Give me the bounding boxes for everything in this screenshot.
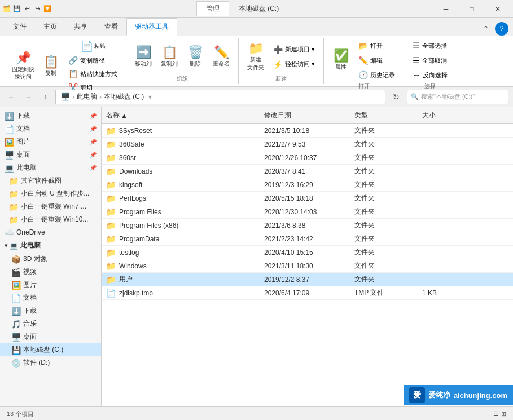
tab-share[interactable]: 共享: [65, 18, 96, 36]
tab-drive-tools[interactable]: 驱动器工具: [126, 18, 177, 36]
table-row[interactable]: 📁 360sr 2020/12/26 10:37 文件夹: [102, 151, 513, 165]
3d-icon: 📦: [11, 255, 21, 264]
invert-selection-button[interactable]: ↔️ 反向选择: [409, 69, 451, 81]
new-item-button[interactable]: ➕ 新建项目 ▾: [269, 43, 319, 56]
search-box[interactable]: 🔍 搜索"本地磁盘 (C:)": [407, 90, 508, 104]
sidebar-item-desktop-pc[interactable]: 🖥️ 桌面: [0, 330, 101, 343]
close-button[interactable]: ✕: [485, 0, 511, 18]
redo-icon[interactable]: ↪: [33, 5, 42, 14]
sidebar-item-other-screenshots[interactable]: 📁 其它软件截图: [0, 174, 101, 187]
quick-access-icon[interactable]: 💾: [12, 5, 21, 14]
breadcrumb-local-disk[interactable]: 本地磁盘 (C:): [104, 92, 144, 101]
back-button[interactable]: ←: [5, 90, 18, 104]
col-size-label: 大小: [422, 110, 436, 120]
sidebar-item-documents[interactable]: 📄 文档 📌: [0, 122, 101, 135]
table-row[interactable]: 📁 Program Files (x86) 2021/3/6 8:38 文件夹: [102, 219, 513, 232]
table-row[interactable]: 📁 ProgramData 2021/2/23 14:42 文件夹: [102, 232, 513, 246]
table-row[interactable]: 📁 Windows 2021/3/11 18:30 文件夹: [102, 259, 513, 273]
file-date: 2021/2/7 9:53: [264, 140, 305, 148]
desktop-pc-icon: 🖥️: [11, 333, 21, 342]
file-icon: 📁: [106, 235, 116, 244]
tab-view[interactable]: 查看: [96, 18, 126, 36]
sidebar-item-xiaobai-win7[interactable]: 📁 小白一键重装 Win7 ...: [0, 200, 101, 213]
sidebar-item-music[interactable]: 🎵 音乐: [0, 317, 101, 330]
edit-button[interactable]: ✏️ 编辑: [354, 54, 399, 67]
copy-button[interactable]: 📋 复制: [38, 54, 63, 79]
sidebar-item-onedrive[interactable]: ☁️ OneDrive: [0, 226, 101, 238]
undo-icon[interactable]: ↩: [23, 5, 32, 14]
table-row[interactable]: 📁 kingsoft 2019/12/3 16:29 文件夹: [102, 178, 513, 192]
documents-icon: 📄: [5, 125, 14, 134]
sidebar-item-this-pc-quick[interactable]: 💻 此电脑 📌: [0, 161, 101, 174]
up-button[interactable]: ↑: [38, 90, 52, 104]
rename-button[interactable]: ✏️ 重命名: [209, 45, 234, 69]
table-row[interactable]: 📁 Downloads 2020/3/7 8:41 文件夹: [102, 165, 513, 178]
sidebar-item-xiaobai-win10[interactable]: 📁 小白一键重装 Win10...: [0, 213, 101, 226]
col-name[interactable]: 名称 ▲: [102, 109, 260, 121]
path-dropdown[interactable]: ▾: [148, 93, 152, 101]
new-folder-button[interactable]: 📁 新建文件夹: [243, 41, 268, 73]
properties-button[interactable]: ✅ 属性: [328, 48, 353, 73]
file-icon: 📁: [106, 262, 116, 271]
table-row[interactable]: 📁 用户 2019/12/2 8:37 文件夹: [102, 273, 513, 286]
col-type[interactable]: 类型: [350, 109, 418, 121]
copy-path-button[interactable]: 🔗 复制路径: [64, 54, 121, 67]
help-btn[interactable]: ?: [495, 22, 508, 36]
tab-file[interactable]: 文件: [5, 18, 35, 36]
maximize-button[interactable]: □: [459, 0, 485, 18]
pin-icon: 📌: [16, 52, 31, 64]
address-path[interactable]: 🖥️ › 此电脑 › 本地磁盘 (C:) ▾: [55, 90, 385, 104]
sidebar-item-downloads[interactable]: ⬇️ 下载 📌: [0, 109, 101, 122]
copy-to-button[interactable]: 📋 复制到: [157, 45, 182, 69]
sidebar-item-desktop[interactable]: 🖥️ 桌面 📌: [0, 148, 101, 161]
tab-manage[interactable]: 管理: [196, 1, 229, 16]
properties-icon[interactable]: 🔽: [43, 5, 52, 14]
deselect-all-button[interactable]: ☰ 全部取消: [409, 54, 451, 67]
col-date[interactable]: 修改日期: [260, 109, 350, 121]
select-all-button[interactable]: ☰ 全部选择: [409, 39, 451, 52]
sidebar-item-3d[interactable]: 📦 3D 对象: [0, 253, 101, 266]
ribbon-collapse-btn[interactable]: ⌃: [479, 22, 493, 36]
sidebar-item-documents-pc[interactable]: 📄 文档: [0, 291, 101, 304]
sidebar-item-downloads-pc[interactable]: ⬇️ 下载: [0, 304, 101, 317]
table-row[interactable]: 📁 PerfLogs 2020/5/15 18:18 文件夹: [102, 192, 513, 205]
sidebar-item-video[interactable]: 🎬 视频: [0, 266, 101, 278]
ribbon-group-organize: ➡️ 移动到 📋 复制到 🗑️ 删除 ✏️ 重命名 组织: [126, 38, 239, 84]
table-row[interactable]: 📁 360Safe 2021/2/7 9:53 文件夹: [102, 138, 513, 151]
this-pc-icon: 💻: [10, 242, 18, 250]
sidebar-item-local-disk-c[interactable]: 💾 本地磁盘 (C:): [0, 343, 101, 356]
col-size[interactable]: 大小: [418, 109, 463, 121]
table-row[interactable]: 📄 zjdiskp.tmp 2020/6/4 17:09 TMP 文件 1 KB: [102, 286, 513, 300]
refresh-button[interactable]: ↻: [389, 90, 404, 104]
table-row[interactable]: 📁 Program Files 2020/12/30 14:03 文件夹: [102, 205, 513, 219]
sidebar-section-this-pc[interactable]: ▾ 💻 此电脑: [0, 238, 101, 253]
folder-icon-3: 📁: [9, 202, 19, 211]
onedrive-icon: ☁️: [5, 228, 14, 237]
table-row[interactable]: 📁 $SysReset 2021/3/5 10:18 文件夹: [102, 124, 513, 138]
sidebar-item-pictures-pc[interactable]: 🖼️ 图片: [0, 278, 101, 291]
sidebar-item-software-d[interactable]: 💿 软件 (D:): [0, 356, 101, 369]
tab-local-disk[interactable]: 本地磁盘 (C:): [229, 1, 288, 16]
file-type-cell: 文件夹: [350, 219, 418, 231]
paste-shortcut-button[interactable]: 📋 粘贴快捷方式: [64, 68, 121, 80]
forward-button[interactable]: →: [21, 90, 35, 104]
pin-to-quick-access-button[interactable]: 📌 固定到快速访问: [9, 50, 37, 83]
sidebar-item-xiaobai-udisk[interactable]: 📁 小白启动 U 盘制作步...: [0, 187, 101, 200]
view-list-icon[interactable]: ☰: [493, 410, 499, 418]
table-row[interactable]: 📁 testlog 2020/4/10 15:15 文件夹: [102, 246, 513, 259]
rename-label: 重命名: [213, 60, 230, 68]
music-label: 音乐: [23, 319, 37, 329]
move-to-button[interactable]: ➡️ 移动到: [131, 45, 156, 69]
breadcrumb-this-pc[interactable]: 此电脑: [77, 92, 97, 101]
tab-home[interactable]: 主页: [35, 18, 65, 36]
sidebar-item-pictures[interactable]: 🖼️ 图片 📌: [0, 135, 101, 148]
open-button[interactable]: 📂 打开: [354, 39, 399, 52]
view-grid-icon[interactable]: ⊞: [501, 410, 506, 418]
file-date: 2020/4/10 15:15: [264, 249, 313, 257]
minimize-button[interactable]: ─: [433, 0, 459, 18]
delete-button[interactable]: 🗑️ 删除: [183, 45, 208, 69]
paste-button[interactable]: 📄 粘贴: [64, 39, 121, 53]
file-type: 文件夹: [354, 207, 375, 216]
history-button[interactable]: 🕐 历史记录: [354, 69, 399, 81]
easy-access-button[interactable]: ⚡ 轻松访问 ▾: [269, 58, 319, 70]
